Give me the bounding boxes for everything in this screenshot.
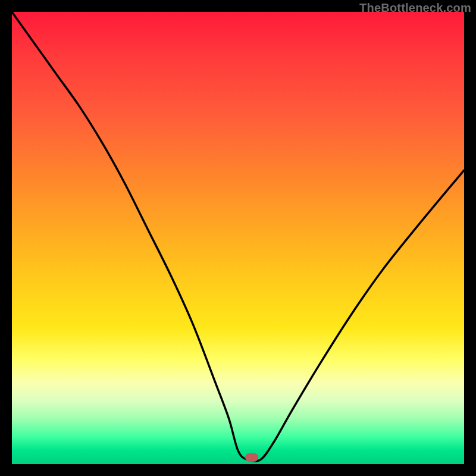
- chart-frame: TheBottleneck.com: [0, 0, 476, 476]
- bottleneck-marker: [245, 453, 258, 462]
- curve-path: [12, 12, 464, 461]
- bottleneck-curve: [12, 12, 464, 464]
- plot-area: [12, 12, 464, 464]
